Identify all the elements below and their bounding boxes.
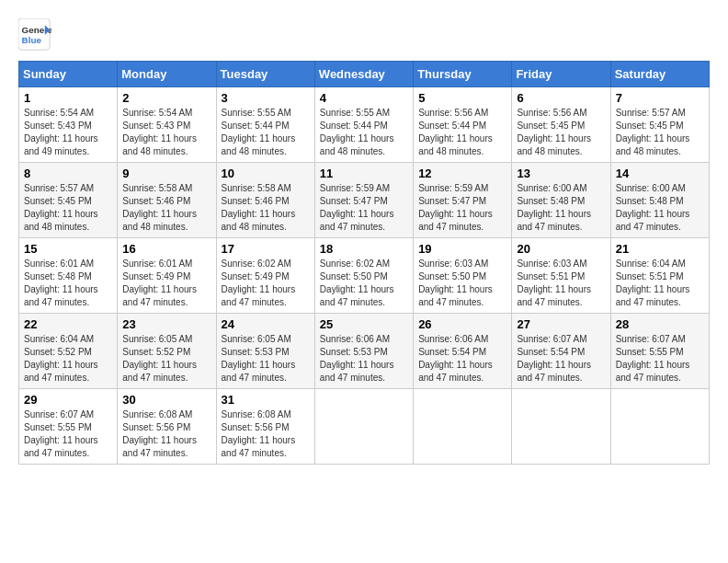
day-number: 18 xyxy=(320,242,408,256)
sunset-label: Sunset: 5:52 PM xyxy=(122,347,190,357)
sunset-label: Sunset: 5:51 PM xyxy=(517,271,585,282)
day-number: 19 xyxy=(418,242,506,256)
day-info: Sunrise: 6:04 AM Sunset: 5:51 PM Dayligh… xyxy=(616,258,704,309)
daylight-label: Daylight: 11 hours and 47 minutes. xyxy=(418,360,493,383)
day-number: 21 xyxy=(616,242,704,256)
weekday-header-wednesday: Wednesday xyxy=(314,62,413,87)
sunset-label: Sunset: 5:44 PM xyxy=(320,121,388,131)
sunset-label: Sunset: 5:55 PM xyxy=(616,347,684,357)
calendar-cell: 13 Sunrise: 6:00 AM Sunset: 5:48 PM Dayl… xyxy=(512,163,610,238)
calendar-cell: 18 Sunrise: 6:02 AM Sunset: 5:50 PM Dayl… xyxy=(314,238,413,314)
day-info: Sunrise: 5:58 AM Sunset: 5:46 PM Dayligh… xyxy=(222,182,310,234)
sunrise-label: Sunrise: 6:00 AM xyxy=(517,183,586,193)
sunrise-label: Sunrise: 6:08 AM xyxy=(222,409,291,419)
calendar-cell: 15 Sunrise: 6:01 AM Sunset: 5:48 PM Dayl… xyxy=(19,238,118,314)
sunrise-label: Sunrise: 6:06 AM xyxy=(320,334,390,344)
day-info: Sunrise: 6:05 AM Sunset: 5:52 PM Dayligh… xyxy=(122,333,210,385)
day-info: Sunrise: 5:55 AM Sunset: 5:44 PM Dayligh… xyxy=(222,107,310,158)
calendar-cell: 16 Sunrise: 6:01 AM Sunset: 5:49 PM Dayl… xyxy=(118,238,216,314)
daylight-label: Daylight: 11 hours and 48 minutes. xyxy=(418,133,493,156)
daylight-label: Daylight: 11 hours and 47 minutes. xyxy=(122,284,197,307)
day-info: Sunrise: 6:01 AM Sunset: 5:49 PM Dayligh… xyxy=(122,258,210,309)
sunset-label: Sunset: 5:56 PM xyxy=(122,422,190,432)
calendar-cell: 14 Sunrise: 6:00 AM Sunset: 5:48 PM Dayl… xyxy=(610,163,709,238)
calendar-cell: 24 Sunrise: 6:05 AM Sunset: 5:53 PM Dayl… xyxy=(216,314,314,389)
daylight-label: Daylight: 11 hours and 48 minutes. xyxy=(122,133,197,156)
daylight-label: Daylight: 11 hours and 47 minutes. xyxy=(222,284,296,307)
day-info: Sunrise: 6:08 AM Sunset: 5:56 PM Dayligh… xyxy=(222,408,310,460)
day-info: Sunrise: 5:57 AM Sunset: 5:45 PM Dayligh… xyxy=(24,182,112,234)
daylight-label: Daylight: 11 hours and 47 minutes. xyxy=(122,360,197,383)
day-info: Sunrise: 6:00 AM Sunset: 5:48 PM Dayligh… xyxy=(517,182,605,234)
day-number: 20 xyxy=(517,242,605,256)
sunset-label: Sunset: 5:45 PM xyxy=(616,121,684,131)
sunset-label: Sunset: 5:46 PM xyxy=(122,196,190,206)
sunset-label: Sunset: 5:53 PM xyxy=(222,347,290,357)
calendar-cell: 20 Sunrise: 6:03 AM Sunset: 5:51 PM Dayl… xyxy=(512,238,610,314)
calendar-cell: 2 Sunrise: 5:54 AM Sunset: 5:43 PM Dayli… xyxy=(118,87,216,163)
daylight-label: Daylight: 11 hours and 47 minutes. xyxy=(418,209,493,232)
sunset-label: Sunset: 5:46 PM xyxy=(222,196,290,206)
calendar-cell: 23 Sunrise: 6:05 AM Sunset: 5:52 PM Dayl… xyxy=(118,314,216,389)
calendar-body: 1 Sunrise: 5:54 AM Sunset: 5:43 PM Dayli… xyxy=(19,87,710,465)
daylight-label: Daylight: 11 hours and 47 minutes. xyxy=(418,284,493,307)
calendar-table: SundayMondayTuesdayWednesdayThursdayFrid… xyxy=(18,61,710,465)
weekday-header-monday: Monday xyxy=(118,62,216,87)
sunset-label: Sunset: 5:47 PM xyxy=(320,196,388,206)
sunset-label: Sunset: 5:47 PM xyxy=(418,196,486,206)
calendar-cell xyxy=(314,389,413,465)
calendar-cell: 3 Sunrise: 5:55 AM Sunset: 5:44 PM Dayli… xyxy=(216,87,314,163)
day-number: 31 xyxy=(222,393,310,407)
daylight-label: Daylight: 11 hours and 48 minutes. xyxy=(616,133,690,156)
day-info: Sunrise: 5:57 AM Sunset: 5:45 PM Dayligh… xyxy=(616,107,704,158)
day-info: Sunrise: 6:04 AM Sunset: 5:52 PM Dayligh… xyxy=(24,333,112,385)
sunset-label: Sunset: 5:44 PM xyxy=(222,121,290,131)
day-number: 17 xyxy=(222,242,310,256)
calendar-week-4: 22 Sunrise: 6:04 AM Sunset: 5:52 PM Dayl… xyxy=(19,314,710,389)
sunset-label: Sunset: 5:51 PM xyxy=(616,271,684,282)
calendar-cell: 31 Sunrise: 6:08 AM Sunset: 5:56 PM Dayl… xyxy=(216,389,314,465)
sunrise-label: Sunrise: 5:57 AM xyxy=(24,183,94,193)
calendar-cell: 8 Sunrise: 5:57 AM Sunset: 5:45 PM Dayli… xyxy=(19,163,118,238)
daylight-label: Daylight: 11 hours and 47 minutes. xyxy=(222,435,296,458)
daylight-label: Daylight: 11 hours and 47 minutes. xyxy=(24,360,98,383)
sunset-label: Sunset: 5:48 PM xyxy=(616,196,684,206)
sunset-label: Sunset: 5:53 PM xyxy=(320,347,388,357)
day-number: 13 xyxy=(517,167,605,180)
calendar-cell: 21 Sunrise: 6:04 AM Sunset: 5:51 PM Dayl… xyxy=(610,238,709,314)
daylight-label: Daylight: 11 hours and 48 minutes. xyxy=(222,209,296,232)
calendar-cell: 10 Sunrise: 5:58 AM Sunset: 5:46 PM Dayl… xyxy=(216,163,314,238)
day-info: Sunrise: 6:07 AM Sunset: 5:54 PM Dayligh… xyxy=(517,333,605,385)
daylight-label: Daylight: 11 hours and 47 minutes. xyxy=(24,435,98,458)
sunset-label: Sunset: 5:50 PM xyxy=(418,271,486,282)
sunrise-label: Sunrise: 5:55 AM xyxy=(320,108,390,118)
calendar-cell: 30 Sunrise: 6:08 AM Sunset: 5:56 PM Dayl… xyxy=(118,389,216,465)
daylight-label: Daylight: 11 hours and 48 minutes. xyxy=(122,209,197,232)
sunrise-label: Sunrise: 5:54 AM xyxy=(24,108,94,118)
sunrise-label: Sunrise: 6:06 AM xyxy=(418,334,488,344)
sunset-label: Sunset: 5:48 PM xyxy=(517,196,585,206)
sunrise-label: Sunrise: 5:57 AM xyxy=(616,108,686,118)
sunrise-label: Sunrise: 5:56 AM xyxy=(418,108,488,118)
daylight-label: Daylight: 11 hours and 48 minutes. xyxy=(24,209,98,232)
daylight-label: Daylight: 11 hours and 47 minutes. xyxy=(616,284,690,307)
calendar-cell: 25 Sunrise: 6:06 AM Sunset: 5:53 PM Dayl… xyxy=(314,314,413,389)
daylight-label: Daylight: 11 hours and 47 minutes. xyxy=(616,209,690,232)
sunrise-label: Sunrise: 6:07 AM xyxy=(517,334,586,344)
day-number: 4 xyxy=(320,91,408,105)
day-number: 25 xyxy=(320,317,408,331)
calendar-cell: 5 Sunrise: 5:56 AM Sunset: 5:44 PM Dayli… xyxy=(414,87,512,163)
sunrise-label: Sunrise: 5:58 AM xyxy=(222,183,291,193)
daylight-label: Daylight: 11 hours and 47 minutes. xyxy=(320,284,394,307)
sunset-label: Sunset: 5:54 PM xyxy=(418,347,486,357)
logo-icon: General Blue xyxy=(18,18,51,52)
svg-text:Blue: Blue xyxy=(22,35,42,45)
sunrise-label: Sunrise: 6:02 AM xyxy=(320,259,390,269)
day-info: Sunrise: 5:56 AM Sunset: 5:45 PM Dayligh… xyxy=(517,107,605,158)
weekday-header-saturday: Saturday xyxy=(610,62,709,87)
day-number: 29 xyxy=(24,393,112,407)
day-info: Sunrise: 6:06 AM Sunset: 5:54 PM Dayligh… xyxy=(418,333,506,385)
calendar-cell: 22 Sunrise: 6:04 AM Sunset: 5:52 PM Dayl… xyxy=(19,314,118,389)
day-info: Sunrise: 6:06 AM Sunset: 5:53 PM Dayligh… xyxy=(320,333,408,385)
day-number: 9 xyxy=(122,167,210,180)
